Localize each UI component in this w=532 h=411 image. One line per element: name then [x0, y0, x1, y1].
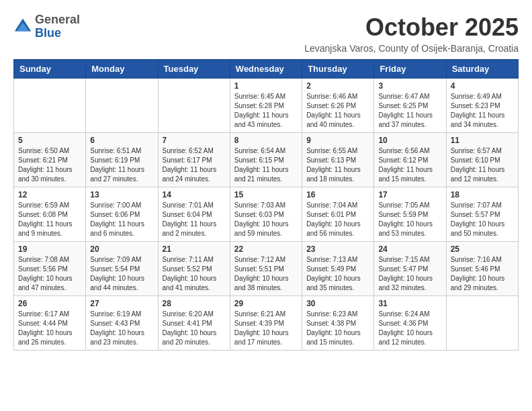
day-info: Sunrise: 6:23 AM Sunset: 4:38 PM Dayligh… — [306, 310, 369, 347]
calendar-cell: 13Sunrise: 7:00 AM Sunset: 6:06 PM Dayli… — [86, 187, 158, 242]
day-info: Sunrise: 7:00 AM Sunset: 6:06 PM Dayligh… — [90, 201, 153, 238]
calendar-cell: 28Sunrise: 6:20 AM Sunset: 4:41 PM Dayli… — [158, 296, 230, 351]
page-header: General Blue October 2025 Levanjska Varo… — [13, 13, 519, 54]
day-number: 28 — [163, 299, 226, 308]
day-info: Sunrise: 6:47 AM Sunset: 6:25 PM Dayligh… — [378, 92, 441, 130]
calendar-cell: 20Sunrise: 7:09 AM Sunset: 5:54 PM Dayli… — [86, 242, 158, 296]
day-number: 12 — [18, 190, 81, 199]
day-number: 4 — [451, 81, 514, 91]
calendar-cell: 25Sunrise: 7:16 AM Sunset: 5:46 PM Dayli… — [446, 242, 518, 296]
day-number: 26 — [18, 299, 81, 308]
day-info: Sunrise: 6:54 AM Sunset: 6:15 PM Dayligh… — [234, 146, 298, 184]
calendar-cell — [86, 79, 158, 133]
calendar-cell: 21Sunrise: 7:11 AM Sunset: 5:52 PM Dayli… — [158, 242, 230, 296]
day-number: 30 — [306, 299, 369, 308]
calendar-week-row: 26Sunrise: 6:17 AM Sunset: 4:44 PM Dayli… — [14, 296, 519, 351]
calendar-cell — [158, 79, 230, 133]
day-number: 27 — [90, 299, 153, 308]
calendar-cell: 9Sunrise: 6:55 AM Sunset: 6:13 PM Daylig… — [302, 133, 374, 187]
calendar-cell: 6Sunrise: 6:51 AM Sunset: 6:19 PM Daylig… — [86, 133, 158, 187]
calendar-cell — [14, 79, 86, 133]
day-number: 8 — [234, 136, 298, 145]
calendar-cell: 17Sunrise: 7:05 AM Sunset: 5:59 PM Dayli… — [374, 187, 446, 242]
day-info: Sunrise: 6:55 AM Sunset: 6:13 PM Dayligh… — [306, 146, 369, 184]
weekday-header: Saturday — [446, 60, 518, 79]
day-info: Sunrise: 6:45 AM Sunset: 6:28 PM Dayligh… — [234, 92, 298, 130]
day-number: 5 — [18, 136, 81, 145]
calendar-cell: 24Sunrise: 7:15 AM Sunset: 5:47 PM Dayli… — [374, 242, 446, 296]
logo-icon — [13, 17, 32, 36]
calendar-cell: 5Sunrise: 6:50 AM Sunset: 6:21 PM Daylig… — [14, 133, 86, 187]
calendar-cell: 4Sunrise: 6:49 AM Sunset: 6:23 PM Daylig… — [446, 79, 518, 133]
weekday-header: Monday — [86, 60, 158, 79]
day-number: 13 — [90, 190, 153, 199]
day-info: Sunrise: 6:49 AM Sunset: 6:23 PM Dayligh… — [451, 92, 514, 130]
day-info: Sunrise: 6:50 AM Sunset: 6:21 PM Dayligh… — [18, 146, 81, 184]
calendar-week-row: 19Sunrise: 7:08 AM Sunset: 5:56 PM Dayli… — [14, 242, 519, 296]
calendar-cell: 31Sunrise: 6:24 AM Sunset: 4:36 PM Dayli… — [374, 296, 446, 351]
weekday-header-row: SundayMondayTuesdayWednesdayThursdayFrid… — [14, 60, 519, 79]
calendar-cell: 2Sunrise: 6:46 AM Sunset: 6:26 PM Daylig… — [302, 79, 374, 133]
calendar-cell: 23Sunrise: 7:13 AM Sunset: 5:49 PM Dayli… — [302, 242, 374, 296]
day-number: 24 — [378, 244, 441, 254]
calendar-cell: 1Sunrise: 6:45 AM Sunset: 6:28 PM Daylig… — [230, 79, 302, 133]
calendar-cell: 15Sunrise: 7:03 AM Sunset: 6:03 PM Dayli… — [230, 187, 302, 242]
day-info: Sunrise: 7:08 AM Sunset: 5:56 PM Dayligh… — [18, 255, 81, 293]
calendar-cell: 19Sunrise: 7:08 AM Sunset: 5:56 PM Dayli… — [14, 242, 86, 296]
calendar-cell — [446, 296, 518, 351]
day-info: Sunrise: 7:12 AM Sunset: 5:51 PM Dayligh… — [234, 255, 298, 293]
day-info: Sunrise: 6:51 AM Sunset: 6:19 PM Dayligh… — [90, 146, 153, 184]
day-number: 15 — [234, 190, 298, 199]
calendar-cell: 10Sunrise: 6:56 AM Sunset: 6:12 PM Dayli… — [374, 133, 446, 187]
calendar-cell: 11Sunrise: 6:57 AM Sunset: 6:10 PM Dayli… — [446, 133, 518, 187]
day-info: Sunrise: 6:20 AM Sunset: 4:41 PM Dayligh… — [163, 310, 226, 347]
logo-blue: Blue — [35, 26, 61, 40]
weekday-header: Wednesday — [230, 60, 302, 79]
day-info: Sunrise: 7:16 AM Sunset: 5:46 PM Dayligh… — [451, 255, 514, 293]
day-number: 22 — [234, 244, 298, 254]
weekday-header: Thursday — [302, 60, 374, 79]
day-number: 14 — [163, 190, 226, 199]
day-number: 16 — [306, 190, 369, 199]
calendar-cell: 27Sunrise: 6:19 AM Sunset: 4:43 PM Dayli… — [86, 296, 158, 351]
day-number: 19 — [18, 244, 81, 254]
day-number: 1 — [234, 81, 298, 91]
day-info: Sunrise: 6:59 AM Sunset: 6:08 PM Dayligh… — [18, 201, 81, 238]
title-block: October 2025 Levanjska Varos, County of … — [304, 13, 519, 54]
day-info: Sunrise: 7:07 AM Sunset: 5:57 PM Dayligh… — [451, 201, 514, 238]
day-number: 9 — [306, 136, 369, 145]
calendar-cell: 29Sunrise: 6:21 AM Sunset: 4:39 PM Dayli… — [230, 296, 302, 351]
calendar-week-row: 1Sunrise: 6:45 AM Sunset: 6:28 PM Daylig… — [14, 79, 519, 133]
calendar-cell: 26Sunrise: 6:17 AM Sunset: 4:44 PM Dayli… — [14, 296, 86, 351]
day-info: Sunrise: 7:03 AM Sunset: 6:03 PM Dayligh… — [234, 201, 298, 238]
day-number: 18 — [451, 190, 514, 199]
day-number: 31 — [378, 299, 441, 308]
day-info: Sunrise: 6:19 AM Sunset: 4:43 PM Dayligh… — [90, 310, 153, 347]
day-info: Sunrise: 6:46 AM Sunset: 6:26 PM Dayligh… — [306, 92, 369, 130]
day-number: 29 — [234, 299, 298, 308]
weekday-header: Tuesday — [158, 60, 230, 79]
day-number: 17 — [378, 190, 441, 199]
logo: General Blue — [13, 13, 80, 40]
calendar-cell: 12Sunrise: 6:59 AM Sunset: 6:08 PM Dayli… — [14, 187, 86, 242]
logo-general: General — [35, 13, 80, 26]
day-info: Sunrise: 7:13 AM Sunset: 5:49 PM Dayligh… — [306, 255, 369, 293]
day-number: 23 — [306, 244, 369, 254]
calendar-cell: 30Sunrise: 6:23 AM Sunset: 4:38 PM Dayli… — [302, 296, 374, 351]
day-info: Sunrise: 7:09 AM Sunset: 5:54 PM Dayligh… — [90, 255, 153, 293]
calendar-cell: 3Sunrise: 6:47 AM Sunset: 6:25 PM Daylig… — [374, 79, 446, 133]
day-info: Sunrise: 7:05 AM Sunset: 5:59 PM Dayligh… — [378, 201, 441, 238]
location-title: Levanjska Varos, County of Osijek-Baranj… — [304, 43, 519, 54]
day-info: Sunrise: 7:04 AM Sunset: 6:01 PM Dayligh… — [306, 201, 369, 238]
month-title: October 2025 — [304, 13, 519, 42]
day-info: Sunrise: 6:52 AM Sunset: 6:17 PM Dayligh… — [163, 146, 226, 184]
logo-text: General Blue — [35, 13, 80, 40]
day-number: 2 — [306, 81, 369, 91]
day-info: Sunrise: 6:56 AM Sunset: 6:12 PM Dayligh… — [378, 146, 441, 184]
calendar-cell: 18Sunrise: 7:07 AM Sunset: 5:57 PM Dayli… — [446, 187, 518, 242]
calendar-table: SundayMondayTuesdayWednesdayThursdayFrid… — [13, 59, 519, 351]
calendar-week-row: 12Sunrise: 6:59 AM Sunset: 6:08 PM Dayli… — [14, 187, 519, 242]
calendar-cell: 16Sunrise: 7:04 AM Sunset: 6:01 PM Dayli… — [302, 187, 374, 242]
day-info: Sunrise: 7:15 AM Sunset: 5:47 PM Dayligh… — [378, 255, 441, 293]
day-number: 20 — [90, 244, 153, 254]
